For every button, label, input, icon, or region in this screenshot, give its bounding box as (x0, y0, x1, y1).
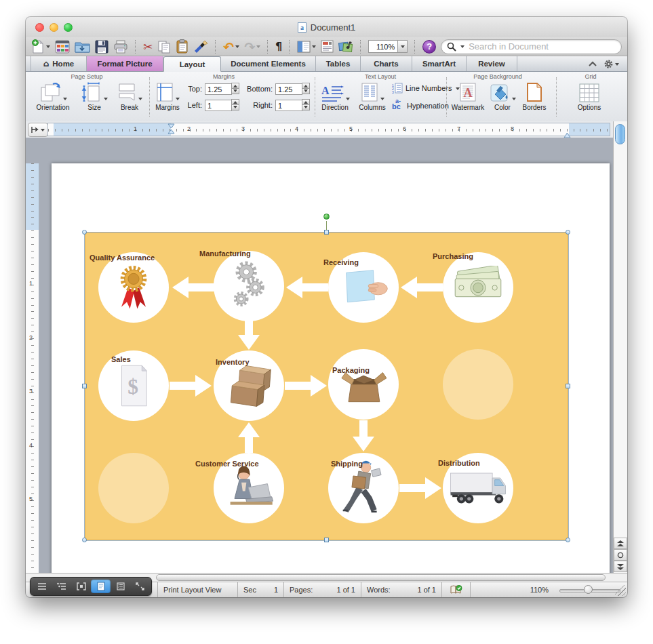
diagram-node-quality-assurance[interactable] (98, 252, 169, 323)
view-name-cell[interactable]: Print Layout View (157, 582, 237, 597)
group-label-margins: Margins (151, 73, 297, 80)
select-browse-object-button[interactable] (614, 549, 627, 561)
search-box[interactable] (441, 39, 622, 54)
margin-bottom-stepper[interactable] (302, 83, 310, 94)
print-layout-view-button[interactable] (91, 580, 111, 593)
margin-left-stepper[interactable] (231, 99, 239, 110)
window-resize-grip[interactable] (615, 585, 626, 596)
tab-format-picture[interactable]: Format Picture (87, 56, 163, 71)
format-painter-button[interactable] (193, 39, 208, 55)
open-button[interactable] (75, 39, 90, 55)
vertical-scrollbar[interactable] (613, 121, 627, 590)
tab-document-elements[interactable]: Document Elements (221, 56, 316, 71)
status-bar: Print Layout View Sec 1 Pages: 1 of 1 Wo… (26, 582, 627, 597)
margin-right-stepper[interactable] (302, 99, 310, 110)
diagram-node-manufacturing[interactable] (214, 251, 284, 321)
cut-button[interactable]: ✂ (143, 39, 153, 55)
document-page[interactable]: $ (52, 163, 610, 590)
tab-tables[interactable]: Tables (316, 56, 361, 71)
previous-page-button[interactable] (614, 538, 627, 549)
words-cell[interactable]: Words: 1 of 1 (361, 582, 441, 597)
document-elements-button[interactable] (321, 39, 334, 55)
chevron-down-icon (460, 45, 464, 50)
home-icon: ⌂ (43, 59, 50, 68)
hyphenation-button[interactable]: a- bc Hyphenation (392, 100, 449, 111)
help-button[interactable]: ? (422, 40, 436, 54)
margin-top-stepper[interactable] (231, 83, 239, 94)
tab-layout[interactable]: Layout (163, 56, 221, 72)
resize-handle-bottom-left[interactable] (82, 538, 87, 542)
margin-left-field[interactable] (205, 100, 232, 111)
vertical-ruler[interactable]: 1 2 3 4 5 (26, 163, 39, 590)
page-color-button[interactable]: Color (488, 80, 517, 111)
horizontal-scrollbar-thumb[interactable] (156, 574, 606, 581)
open-folder-icon (75, 40, 90, 54)
zoom-slider-knob[interactable] (584, 585, 593, 594)
tab-charts[interactable]: Charts (361, 56, 412, 71)
full-screen-view-button[interactable] (130, 580, 150, 593)
new-document-button[interactable] (31, 39, 50, 55)
titlebar: a Document1 (26, 17, 627, 38)
columns-button[interactable]: Columns (355, 80, 389, 111)
resize-handle-middle-left[interactable] (82, 384, 87, 388)
spelling-cell[interactable] (441, 582, 470, 597)
direction-button[interactable]: A Direction (317, 80, 353, 111)
next-page-button[interactable] (614, 561, 627, 572)
tab-stop-selector[interactable] (28, 123, 48, 137)
section-cell[interactable]: Sec 1 (237, 582, 283, 597)
margin-bottom-field[interactable] (275, 83, 302, 95)
horizontal-ruler[interactable]: 1 2 3 4 5 6 7 8 (47, 123, 610, 136)
page-borders-button[interactable]: Borders (518, 80, 551, 111)
ruler-number: 2 (29, 334, 33, 341)
resize-handle-bottom-center[interactable] (324, 538, 329, 542)
vertical-scrollbar-thumb[interactable] (615, 124, 625, 144)
diagram-node-sales[interactable]: $ (98, 350, 169, 421)
workflow-diagram-picture[interactable]: $ (85, 233, 568, 540)
draft-view-button[interactable] (32, 580, 52, 593)
tab-review[interactable]: Review (467, 56, 517, 71)
ribbon-settings-button[interactable] (603, 59, 619, 69)
notebook-layout-view-button[interactable] (111, 580, 130, 593)
margins-icon (156, 82, 174, 102)
show-formatting-button[interactable]: ¶ (275, 39, 282, 55)
pages-cell[interactable]: Pages: 1 of 1 (283, 582, 361, 597)
chevron-down-icon (104, 98, 108, 102)
watermark-button[interactable]: A Watermark (449, 80, 487, 111)
print-button[interactable] (113, 39, 128, 55)
chevron-down-icon (256, 45, 260, 50)
view-switch-button[interactable] (297, 39, 316, 55)
size-button[interactable]: Size (77, 80, 111, 111)
redo-button[interactable]: ↷ (244, 39, 260, 55)
ruler-number: 6 (403, 125, 406, 132)
margins-button[interactable]: Margins (152, 80, 183, 111)
break-button[interactable]: Break (113, 80, 146, 111)
resize-handle-bottom-right[interactable] (566, 538, 570, 542)
zoom-control[interactable]: 110% (368, 40, 408, 53)
copy-button[interactable] (157, 39, 171, 55)
orientation-button[interactable]: Orientation (31, 80, 75, 111)
zoom-dropdown-button[interactable] (397, 40, 408, 53)
gallery-button[interactable] (55, 39, 70, 55)
grid-options-button[interactable]: Options (572, 80, 606, 111)
publishing-layout-view-button[interactable] (71, 580, 91, 593)
node-label: Receiving (323, 258, 359, 266)
tab-smartart[interactable]: SmartArt (412, 56, 467, 71)
resize-handle-top-left[interactable] (82, 230, 87, 235)
save-button[interactable] (95, 39, 108, 55)
diagram-node-purchasing[interactable] (443, 252, 513, 323)
outline-view-button[interactable] (52, 580, 71, 593)
resize-handle-middle-right[interactable] (566, 384, 570, 388)
search-input[interactable] (467, 41, 616, 52)
tab-home[interactable]: ⌂ Home (31, 56, 87, 71)
margin-right-field[interactable] (275, 100, 302, 111)
zoom-slider[interactable] (559, 582, 622, 598)
media-browser-button[interactable] (338, 39, 353, 55)
resize-handle-top-right[interactable] (566, 230, 570, 235)
collapse-ribbon-button[interactable] (589, 61, 597, 66)
resize-handle-top-center[interactable] (324, 230, 329, 235)
rotation-handle[interactable] (323, 214, 330, 220)
paste-button[interactable] (176, 39, 189, 55)
diagram-node-packaging[interactable] (328, 349, 399, 420)
margin-top-field[interactable] (205, 83, 232, 95)
undo-button[interactable]: ↶ (223, 39, 239, 55)
